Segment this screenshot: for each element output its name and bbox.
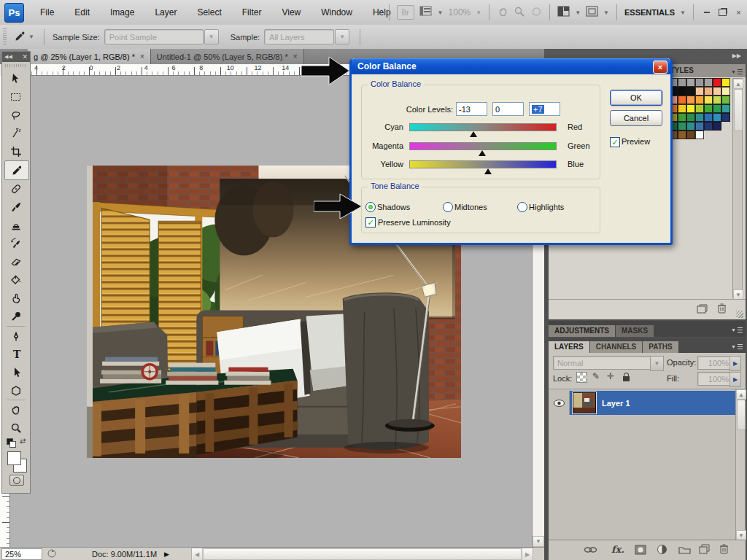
tab-masks[interactable]: MASKS: [616, 325, 654, 337]
chevron-down-icon[interactable]: ▼: [438, 9, 444, 16]
drag-grip[interactable]: [5, 64, 27, 67]
sample-select[interactable]: All Layers: [264, 29, 334, 44]
color-level-input-3[interactable]: +7: [529, 102, 560, 116]
color-swatch[interactable]: [704, 87, 713, 96]
color-swatch[interactable]: [721, 96, 730, 104]
dialog-close-button[interactable]: ×: [653, 61, 667, 74]
resize-grip[interactable]: [736, 311, 743, 318]
chevron-down-icon[interactable]: ▼: [28, 34, 34, 40]
tab-close-icon[interactable]: ×: [140, 52, 144, 61]
view-extras-icon[interactable]: [419, 6, 433, 19]
move-tool[interactable]: [4, 69, 28, 88]
shadows-radio[interactable]: [365, 202, 376, 212]
color-swatch[interactable]: [704, 104, 713, 113]
magenta-green-slider-thumb[interactable]: [479, 150, 486, 156]
lock-all-icon[interactable]: [623, 376, 630, 381]
cancel-button[interactable]: Cancel: [610, 110, 662, 126]
arrange-documents-icon[interactable]: [557, 6, 570, 19]
preserve-luminosity-checkbox[interactable]: ✓: [365, 217, 376, 228]
screen-mode-icon[interactable]: [586, 6, 598, 19]
menu-item[interactable]: Image: [100, 7, 144, 18]
swap-colors-icon[interactable]: ⇄: [20, 437, 26, 445]
preview-checkbox[interactable]: ✓: [610, 137, 620, 147]
healing-brush-tool[interactable]: [4, 179, 28, 198]
visibility-toggle[interactable]: [549, 391, 570, 415]
color-swatch[interactable]: [686, 104, 695, 113]
color-swatch[interactable]: [721, 87, 730, 96]
new-group-icon[interactable]: [678, 545, 691, 556]
chevron-down-icon[interactable]: ▼: [603, 9, 609, 16]
opacity-slider-button[interactable]: ▶: [729, 356, 741, 371]
menu-item[interactable]: File: [30, 7, 64, 18]
sample-size-select[interactable]: Point Sample: [104, 29, 204, 44]
layers-scrollbar[interactable]: ▲ ▼: [735, 389, 746, 540]
nav-zoom-value[interactable]: 100%: [449, 7, 471, 18]
opacity-field[interactable]: 100%: [697, 356, 732, 370]
color-swatch[interactable]: [704, 78, 713, 87]
color-level-input-1[interactable]: -13: [456, 102, 487, 116]
panel-menu-icon[interactable]: ▼: [731, 326, 743, 333]
color-swatch[interactable]: [686, 122, 695, 131]
zoom-level-field[interactable]: 25%: [1, 548, 42, 560]
horizontal-scrollbar[interactable]: ◀ ▶: [191, 548, 533, 560]
sample-size-dropdown-button[interactable]: ▼: [204, 29, 219, 44]
hand-tool[interactable]: [4, 400, 28, 419]
menu-item[interactable]: Window: [311, 7, 363, 18]
paint-bucket-tool[interactable]: [4, 271, 28, 289]
menu-item[interactable]: Edit: [64, 7, 100, 18]
color-swatch[interactable]: [695, 96, 704, 104]
scroll-right-icon[interactable]: ▶: [522, 548, 533, 560]
lasso-tool[interactable]: [4, 106, 28, 124]
chevron-down-icon[interactable]: ▼: [575, 9, 581, 16]
status-flyout-icon[interactable]: [47, 548, 57, 560]
scrollbar-thumb[interactable]: [203, 548, 522, 560]
clone-stamp-tool[interactable]: [4, 216, 28, 234]
color-swatch[interactable]: [678, 122, 686, 131]
menu-item[interactable]: Layer: [144, 7, 187, 18]
status-arrow-icon[interactable]: ▶: [164, 551, 169, 558]
drag-grip[interactable]: [3, 28, 7, 46]
shape-tool[interactable]: [4, 381, 28, 400]
close-icon[interactable]: ✕: [22, 53, 28, 61]
foreground-color-swatch[interactable]: [7, 451, 21, 465]
color-swatch[interactable]: [678, 131, 686, 139]
add-mask-icon[interactable]: [635, 545, 646, 556]
quick-mask-button[interactable]: [9, 475, 24, 486]
layer-name[interactable]: Layer 1: [602, 399, 630, 408]
menu-item[interactable]: View: [271, 7, 311, 18]
midtones-radio[interactable]: [443, 202, 453, 212]
lock-position-icon[interactable]: ✛: [607, 371, 614, 381]
color-swatch[interactable]: [695, 122, 704, 131]
sample-dropdown-button[interactable]: ▼: [335, 29, 349, 44]
color-swatch[interactable]: [678, 96, 686, 104]
new-layer-icon[interactable]: [699, 544, 710, 556]
color-swatch[interactable]: [695, 87, 704, 96]
brush-tool[interactable]: [4, 198, 28, 216]
panel-menu-icon[interactable]: ▼: [731, 343, 743, 350]
tab-paths[interactable]: PATHS: [643, 341, 678, 353]
tab-adjustments[interactable]: ADJUSTMENTS: [549, 325, 615, 337]
link-layers-icon[interactable]: [584, 546, 598, 555]
hand-tool-icon[interactable]: [497, 6, 508, 20]
tab-close-icon[interactable]: ×: [293, 52, 298, 61]
color-swatch[interactable]: [686, 96, 695, 104]
document-tab-inactive[interactable]: Untitled-1 @ 50% (Layer 5, RGB/8) * ×: [151, 49, 304, 64]
yellow-blue-slider-thumb[interactable]: [484, 168, 492, 174]
color-swatch[interactable]: [686, 113, 695, 122]
minimize-button[interactable]: [701, 8, 712, 18]
color-swatch[interactable]: [686, 131, 695, 139]
color-swatch[interactable]: [686, 87, 695, 96]
tab-channels[interactable]: CHANNELS: [590, 341, 643, 353]
close-button[interactable]: ×: [733, 8, 744, 18]
color-level-input-2[interactable]: 0: [492, 102, 524, 116]
blend-mode-dropdown-icon[interactable]: ▼: [650, 356, 664, 371]
color-swatch[interactable]: [713, 87, 721, 96]
layer-style-icon[interactable]: fx.: [611, 544, 624, 555]
document-tab-active[interactable]: g @ 25% (Layer 1, RGB/8) * ×: [28, 49, 151, 64]
color-swatch[interactable]: [713, 78, 721, 87]
cyan-red-slider[interactable]: [409, 123, 557, 131]
color-swatch[interactable]: [678, 87, 686, 96]
lock-transparency-icon[interactable]: [576, 372, 587, 383]
crop-tool[interactable]: [4, 142, 28, 160]
path-selection-tool[interactable]: [4, 363, 28, 381]
